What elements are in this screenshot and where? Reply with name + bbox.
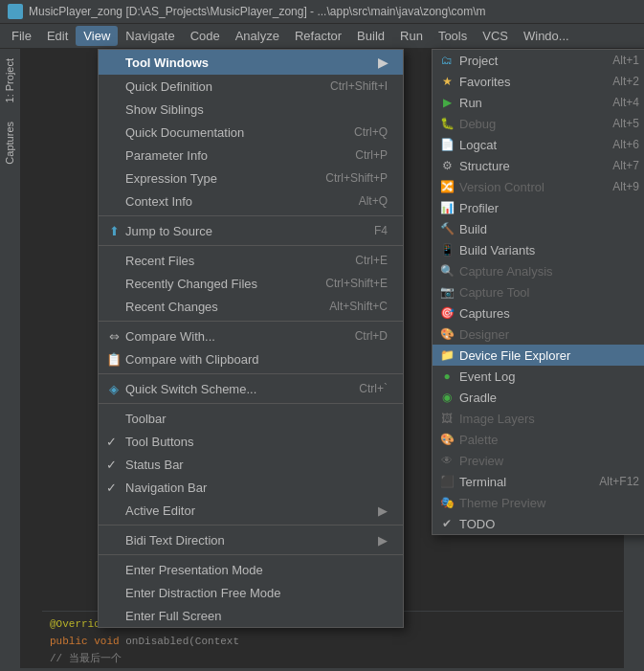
submenu-event-log[interactable]: ● Event Log xyxy=(433,366,644,387)
submenu-terminal[interactable]: ⬛ Terminal Alt+F12 xyxy=(433,471,644,492)
active-editor-item[interactable]: Active Editor ▶ xyxy=(99,499,403,522)
submenu-capture-tool[interactable]: 📷 Capture Tool xyxy=(433,281,644,302)
status-bar-item[interactable]: ✓ Status Bar xyxy=(99,453,403,476)
profiler-label: Profiler xyxy=(459,201,499,215)
menu-analyze[interactable]: Analyze xyxy=(228,26,287,46)
menu-build[interactable]: Build xyxy=(349,26,392,46)
favorites-icon: ★ xyxy=(438,73,455,90)
toolbar-item[interactable]: Toolbar xyxy=(99,407,403,430)
submenu-build[interactable]: 🔨 Build xyxy=(433,218,644,239)
recent-files-item[interactable]: Recent Files Ctrl+E xyxy=(99,249,403,272)
separator-2 xyxy=(99,245,403,246)
recently-changed-shortcut: Ctrl+Shift+E xyxy=(306,277,388,290)
palette-icon: 🎨 xyxy=(438,431,455,448)
debug-icon: 🐛 xyxy=(438,115,455,132)
recently-changed-item[interactable]: Recently Changed Files Ctrl+Shift+E xyxy=(99,272,403,295)
recent-files-label: Recent Files xyxy=(125,254,194,268)
profiler-icon: 📊 xyxy=(438,199,455,216)
context-info-item[interactable]: Context Info Alt+Q xyxy=(99,190,403,212)
bidi-text-label: Bidi Text Direction xyxy=(125,533,225,548)
version-control-icon: 🔀 xyxy=(438,178,455,195)
run-shortcut: Alt+4 xyxy=(612,96,639,109)
menu-tools[interactable]: Tools xyxy=(431,26,475,46)
submenu-theme-preview[interactable]: 🎭 Theme Preview xyxy=(433,492,644,513)
menu-file[interactable]: File xyxy=(4,26,39,46)
full-screen-item[interactable]: Enter Full Screen xyxy=(99,604,403,627)
tool-buttons-label: Tool Buttons xyxy=(125,435,194,449)
expression-type-item[interactable]: Expression Type Ctrl+Shift+P xyxy=(99,167,403,190)
menu-run[interactable]: Run xyxy=(392,26,431,46)
quick-switch-label: Quick Switch Scheme... xyxy=(125,382,256,396)
submenu-build-variants[interactable]: 📱 Build Variants xyxy=(433,239,644,260)
build-variants-icon: 📱 xyxy=(438,241,455,258)
device-file-explorer-icon: 📁 xyxy=(438,347,455,364)
submenu-palette[interactable]: 🎨 Palette xyxy=(433,429,644,450)
jump-to-source-item[interactable]: ⬆ Jump to Source F4 xyxy=(99,219,403,242)
submenu-image-layers[interactable]: 🖼 Image Layers xyxy=(433,408,644,429)
submenu-capture-analysis[interactable]: 🔍 Capture Analysis xyxy=(433,260,644,281)
submenu-logcat[interactable]: 📄 Logcat Alt+6 xyxy=(433,134,644,155)
distraction-free-item[interactable]: Enter Distraction Free Mode xyxy=(99,581,403,604)
toolbar-label: Toolbar xyxy=(125,412,167,426)
parameter-info-item[interactable]: Parameter Info Ctrl+P xyxy=(99,144,403,167)
recent-files-shortcut: Ctrl+E xyxy=(336,254,388,267)
menu-refactor[interactable]: Refactor xyxy=(287,26,349,46)
sidebar-tab-project[interactable]: 1: Project xyxy=(0,49,20,112)
compare-clipboard-item[interactable]: 📋 Compare with Clipboard xyxy=(99,347,403,370)
menu-edit[interactable]: Edit xyxy=(39,26,76,46)
presentation-mode-item[interactable]: Enter Presentation Mode xyxy=(99,558,403,581)
submenu-device-file-explorer[interactable]: 📁 Device File Explorer xyxy=(433,345,644,366)
submenu-preview[interactable]: 👁 Preview xyxy=(433,450,644,471)
submenu-project[interactable]: 🗂 Project Alt+1 xyxy=(433,50,644,71)
designer-label: Designer xyxy=(459,327,509,342)
terminal-icon: ⬛ xyxy=(438,473,455,490)
designer-icon: 🎨 xyxy=(438,325,455,343)
submenu-designer[interactable]: 🎨 Designer xyxy=(433,324,644,345)
menu-window[interactable]: Windo... xyxy=(516,26,577,46)
submenu-version-control[interactable]: 🔀 Version Control Alt+9 xyxy=(433,176,644,197)
capture-analysis-label: Capture Analysis xyxy=(459,264,553,279)
quick-switch-item[interactable]: ◈ Quick Switch Scheme... Ctrl+` xyxy=(99,377,403,400)
main-area: 1: Project Captures Tool Windows ▶ Quick… xyxy=(0,49,644,668)
compare-with-icon: ⇔ xyxy=(106,328,122,344)
menu-code[interactable]: Code xyxy=(183,26,228,46)
bidi-text-item[interactable]: Bidi Text Direction ▶ xyxy=(99,528,403,551)
submenu-debug[interactable]: 🐛 Debug Alt+5 xyxy=(433,113,644,134)
quick-definition-item[interactable]: Quick Definition Ctrl+Shift+I xyxy=(99,75,403,98)
menu-navigate[interactable]: Navigate xyxy=(118,26,182,46)
quick-documentation-item[interactable]: Quick Documentation Ctrl+Q xyxy=(99,121,403,144)
quick-switch-icon: ◈ xyxy=(106,381,122,396)
status-bar-label: Status Bar xyxy=(125,458,184,472)
submenu-structure[interactable]: ⚙ Structure Alt+7 xyxy=(433,155,644,176)
favorites-label: Favorites xyxy=(459,75,510,89)
compare-with-item[interactable]: ⇔ Compare With... Ctrl+D xyxy=(99,324,403,347)
submenu-todo[interactable]: ✔ TODO xyxy=(433,513,644,534)
sidebar-tab-captures[interactable]: Captures xyxy=(0,112,20,174)
tool-buttons-item[interactable]: ✓ Tool Buttons xyxy=(99,430,403,453)
separator-1 xyxy=(99,215,403,216)
palette-label: Palette xyxy=(459,433,498,447)
context-info-shortcut: Alt+Q xyxy=(340,194,388,208)
submenu-favorites[interactable]: ★ Favorites Alt+2 xyxy=(433,71,644,92)
submenu-captures[interactable]: 🎯 Captures xyxy=(433,302,644,324)
run-icon: ▶ xyxy=(438,94,455,111)
submenu-run[interactable]: ▶ Run Alt+4 xyxy=(433,92,644,113)
submenu-gradle[interactable]: ◉ Gradle xyxy=(433,387,644,408)
method-name: onDisabled(Context xyxy=(125,636,239,647)
recent-changes-item[interactable]: Recent Changes Alt+Shift+C xyxy=(99,295,403,318)
preview-label: Preview xyxy=(459,454,503,468)
tool-windows-submenu[interactable]: 🗂 Project Alt+1 ★ Favorites Alt+2 ▶ Run … xyxy=(432,49,644,535)
code-line-3: // 当最后一个 xyxy=(50,650,615,667)
view-menu-dropdown[interactable]: Tool Windows ▶ Quick Definition Ctrl+Shi… xyxy=(98,49,404,628)
submenu-profiler[interactable]: 📊 Profiler xyxy=(433,197,644,218)
navigation-bar-item[interactable]: ✓ Navigation Bar xyxy=(99,476,403,499)
compare-clipboard-icon: 📋 xyxy=(106,351,122,367)
show-siblings-item[interactable]: Show Siblings xyxy=(99,98,403,121)
tool-windows-menu-item[interactable]: Tool Windows ▶ xyxy=(99,50,403,75)
image-layers-label: Image Layers xyxy=(459,412,535,426)
quick-definition-shortcut: Ctrl+Shift+I xyxy=(311,79,388,93)
build-variants-label: Build Variants xyxy=(459,243,535,257)
menu-bar: File Edit View Navigate Code Analyze Ref… xyxy=(0,24,644,49)
menu-view[interactable]: View xyxy=(76,26,118,46)
menu-vcs[interactable]: VCS xyxy=(475,26,516,46)
